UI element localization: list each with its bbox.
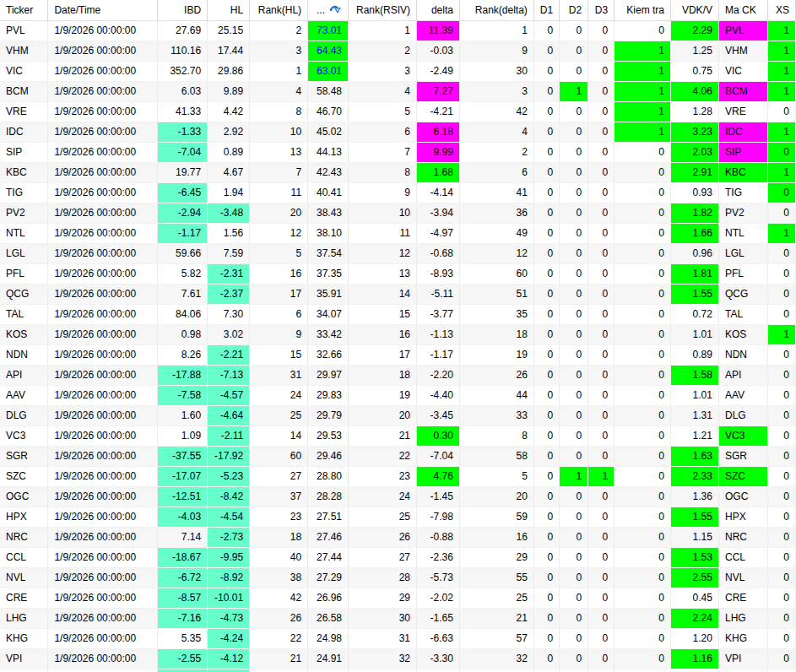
cell-ibd: 5.82	[158, 263, 208, 284]
column-header-xs[interactable]: XS	[767, 0, 795, 20]
cell-xs: 0	[767, 446, 795, 466]
cell-vdk_v: 2.03	[671, 142, 719, 162]
table-row-SIP[interactable]: SIP1/9/2026 00:00:00-7.040.891344.1379.9…	[0, 142, 796, 162]
column-header-d1[interactable]: D1	[533, 0, 559, 20]
table-row-BCM[interactable]: BCM1/9/2026 00:00:006.039.89458.4847.273…	[0, 81, 796, 101]
table-row-OGC[interactable]: OGC1/9/2026 00:00:00-12.51-8.423728.2824…	[0, 486, 796, 507]
table-row-LHG[interactable]: LHG1/9/2026 00:00:00-7.16-4.732626.5830-…	[0, 608, 796, 628]
cell-d3: 0	[588, 101, 615, 122]
cell-kiem_tra: 0	[615, 324, 671, 344]
table-row-API[interactable]: API1/9/2026 00:00:00-17.88-7.133129.9718…	[0, 365, 796, 385]
table-row-DLG[interactable]: DLG1/9/2026 00:00:001.60-4.642529.7920-3…	[0, 405, 796, 425]
cell-vdk_v: 1.01	[671, 324, 719, 344]
table-row-CCL[interactable]: CCL1/9/2026 00:00:00-18.67-9.954027.4427…	[0, 547, 796, 567]
table-row-LGL[interactable]: LGL1/9/2026 00:00:0059.667.59537.5412-0.…	[0, 243, 796, 263]
cell-xs: 0	[767, 405, 795, 425]
column-header-label: D3	[595, 4, 608, 16]
cell-xs: 1	[767, 324, 795, 344]
cell-delta: -0.68	[417, 243, 460, 263]
table-row-VHM[interactable]: VHM1/9/2026 00:00:00110.1617.44364.432-0…	[0, 41, 796, 61]
cell-kiem_tra: 0	[615, 20, 671, 41]
table-row-VRE[interactable]: VRE1/9/2026 00:00:0041.334.42846.705-4.2…	[0, 101, 796, 122]
table-row-IDC[interactable]: IDC1/9/2026 00:00:00-1.332.921045.0266.1…	[0, 122, 796, 142]
cell-xs: 1	[767, 81, 795, 101]
cell-delta: 7.27	[417, 81, 460, 101]
cell-xs: 1	[767, 20, 795, 41]
table-row-SGR[interactable]: SGR1/9/2026 00:00:00-37.55-17.926029.462…	[0, 446, 796, 466]
table-row-PVL[interactable]: PVL1/9/2026 00:00:0027.6925.15273.01111.…	[0, 20, 796, 41]
cell-ma_ck: AAV	[718, 385, 767, 405]
table-row-PFL[interactable]: PFL1/9/2026 00:00:005.82-2.311637.3513-8…	[0, 263, 796, 284]
table-row-VC3[interactable]: VC31/9/2026 00:00:001.09-2.111429.53210.…	[0, 425, 796, 446]
table-row-HPX[interactable]: HPX1/9/2026 00:00:00-4.03-4.542327.5125-…	[0, 507, 796, 527]
cell-kiem_tra: 1	[615, 122, 671, 142]
cell-ibd: 59.66	[158, 243, 208, 263]
cell-ma_ck: VC3	[718, 425, 767, 446]
column-header-rank_hl[interactable]: Rank(HL)	[250, 0, 308, 20]
cell-rank_delta: 9	[459, 41, 533, 61]
table-row-SZC[interactable]: SZC1/9/2026 00:00:00-17.07-5.232728.8023…	[0, 466, 796, 486]
table-row-TAL[interactable]: TAL1/9/2026 00:00:0084.067.30634.0715-3.…	[0, 304, 796, 324]
cell-d2: 0	[560, 101, 588, 122]
cell-rsiv: 42.43	[308, 162, 349, 182]
column-header-vdk_v[interactable]: VDK/V	[671, 0, 719, 20]
column-header-ticker[interactable]: Ticker	[0, 0, 48, 20]
column-header-kiem_tra[interactable]: Kiem tra	[615, 0, 671, 20]
cell-ticker: SGR	[0, 446, 48, 466]
cell-vdk_v: 1.16	[671, 648, 719, 669]
cell-ma_ck: KBC	[718, 162, 767, 182]
table-row-QCG[interactable]: QCG1/9/2026 00:00:007.61-2.371735.9114-5…	[0, 284, 796, 304]
cell-delta: 11.39	[417, 20, 460, 41]
cell-d3: 0	[588, 547, 615, 567]
cell-rank_hl: 4	[250, 81, 308, 101]
cell-ticker: DLG	[0, 405, 48, 425]
cell-rank_hl: 8	[250, 101, 308, 122]
table-row-KBC[interactable]: KBC1/9/2026 00:00:0019.774.67742.4381.68…	[0, 162, 796, 182]
cell-rsiv: 29.53	[308, 425, 349, 446]
column-header-label: D2	[569, 4, 582, 16]
column-header-hl[interactable]: HL	[208, 0, 250, 20]
table-row-CRE[interactable]: CRE1/9/2026 00:00:00-8.57-10.014226.9629…	[0, 588, 796, 608]
cell-d1: 0	[533, 628, 559, 648]
cell-rank_delta: 21	[459, 608, 533, 628]
cell-datetime: 1/9/2026 00:00:00	[48, 466, 158, 486]
cell-d3: 0	[588, 41, 615, 61]
cell-ma_ck: CCL	[718, 547, 767, 567]
cell-vdk_v: 3.23	[671, 122, 719, 142]
cell-datetime: 1/9/2026 00:00:00	[48, 547, 158, 567]
column-header-d2[interactable]: D2	[560, 0, 588, 20]
cell-rsiv: 64.43	[308, 41, 349, 61]
cell-rank_hl: 31	[250, 365, 308, 385]
cell-rank_rsiv	[349, 669, 417, 672]
cell-ibd: -17.07	[158, 466, 208, 486]
table-row-NVL[interactable]: NVL1/9/2026 00:00:00-6.72-8.923827.2928-…	[0, 567, 796, 588]
column-header-ibd[interactable]: IBD	[158, 0, 208, 20]
cell-datetime: 1/9/2026 00:00:00	[48, 223, 158, 243]
table-row-KOS[interactable]: KOS1/9/2026 00:00:000.983.02933.4216-1.1…	[0, 324, 796, 344]
column-header-delta[interactable]: delta	[417, 0, 460, 20]
column-header-ma_ck[interactable]: Ma CK	[718, 0, 767, 20]
cell-d1: 0	[533, 81, 559, 101]
cell-d3: 1	[588, 466, 615, 486]
cell-datetime: 1/9/2026 00:00:00	[48, 405, 158, 425]
table-row-AAV[interactable]: AAV1/9/2026 00:00:00-7.58-4.572429.8319-…	[0, 385, 796, 405]
table-row-VPI[interactable]: VPI1/9/2026 00:00:00-2.55-4.122124.9132-…	[0, 648, 796, 669]
table-row-VIC[interactable]: VIC1/9/2026 00:00:00352.7029.86163.013-2…	[0, 61, 796, 81]
table-row-PV2[interactable]: PV21/9/2026 00:00:00-2.94-3.482038.4310-…	[0, 203, 796, 223]
column-header-rank_rsiv[interactable]: Rank(RSIV)	[349, 0, 417, 20]
column-header-rank_delta[interactable]: Rank(delta)	[459, 0, 533, 20]
cell-ticker: KHG	[0, 628, 48, 648]
column-header-d3[interactable]: D3	[588, 0, 615, 20]
table-row-NTL[interactable]: NTL1/9/2026 00:00:00-1.171.561238.1011-4…	[0, 223, 796, 243]
table-row-TIG[interactable]: TIG1/9/2026 00:00:00-6.451.941140.419-4.…	[0, 182, 796, 203]
column-header-rsiv[interactable]: ...	[308, 0, 349, 20]
cell-d1: 0	[533, 41, 559, 61]
table-row-NDN[interactable]: NDN1/9/2026 00:00:008.26-2.211532.6617-1…	[0, 344, 796, 365]
table-row-partial[interactable]	[0, 669, 796, 672]
cell-delta: -3.30	[417, 648, 460, 669]
cell-hl: -4.64	[208, 405, 250, 425]
table-row-NRC[interactable]: NRC1/9/2026 00:00:007.14-2.731827.4626-0…	[0, 527, 796, 547]
table-row-KHG[interactable]: KHG1/9/2026 00:00:005.35-4.242224.9831-6…	[0, 628, 796, 648]
cell-rank_rsiv: 20	[349, 405, 417, 425]
column-header-datetime[interactable]: Date/Time	[48, 0, 158, 20]
